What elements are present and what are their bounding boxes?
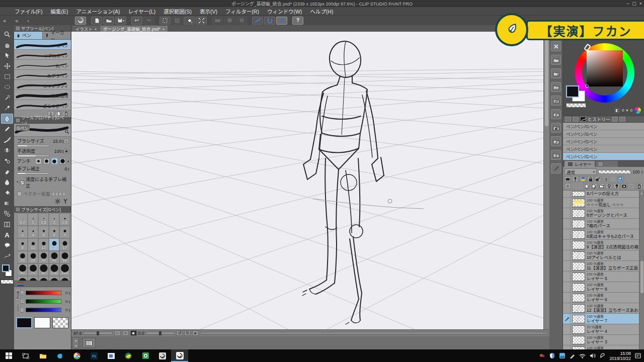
tray-app-icon[interactable] [539,352,545,359]
eraser-tool[interactable] [1,166,13,176]
layer-thumbnail[interactable] [572,304,585,313]
layer-opacity-slider[interactable] [598,170,631,174]
command-transform-icon[interactable] [551,109,561,119]
brush-item-real-g-pen[interactable]: リアルGペン [14,50,71,60]
main-color-swatch[interactable] [16,317,32,328]
layer-row[interactable]: 100 %通常12【演習】立ちポーズあおり [563,303,644,314]
main-color-swatch[interactable] [566,85,579,98]
size-cell[interactable]: 40 [49,251,59,263]
canvas-vertical-scrollbar[interactable] [543,32,549,329]
brush-item-calligraphy[interactable]: カリグラフィ [14,80,71,90]
taskbar-clock[interactable]: 15:08 2019/10/22 [609,351,631,361]
layer-thumbnail[interactable] [572,262,585,270]
photoshop-button[interactable]: Ps [86,349,103,362]
lasso-tool[interactable] [1,82,13,92]
size-cell[interactable]: 1.5 [38,213,49,226]
size-cell[interactable]: 50 [59,251,70,263]
volume-icon[interactable] [589,352,596,359]
chevron-down-icon[interactable]: ▾ [67,159,69,163]
layer-row[interactable]: 100 %通常レイヤー 5 [563,272,644,282]
layer-thumbnail[interactable] [572,230,585,239]
pressure-size-button[interactable]: ◎ [64,139,69,144]
layer-visibility-cell[interactable] [564,303,571,313]
layer-thumbnail[interactable] [572,241,585,249]
rgb-tab-icon[interactable] [18,282,24,286]
set-as-reference-icon[interactable] [617,176,624,182]
layer-thumbnail[interactable] [572,294,585,302]
size-cell[interactable]: 2 [49,213,59,226]
layer-visibility-cell[interactable] [564,261,571,271]
aa-middle-button[interactable] [51,158,58,164]
snap-to-special-ruler-button[interactable] [264,17,275,25]
glove-icon[interactable] [63,199,68,205]
rotation-slider[interactable] [145,332,175,334]
menu-selection[interactable]: 選択範囲(S) [160,7,195,16]
lock-alpha-icon[interactable] [595,176,601,182]
brush-size-panel-header[interactable]: ブラシサイズ[Gペン] [14,206,71,213]
move-tool[interactable] [1,40,13,50]
hsv-side-tab[interactable]: HSV [15,302,21,313]
saturation-value-square[interactable] [587,50,623,86]
layer-property-tab[interactable] [596,161,618,167]
history-entry[interactable]: ペン/ペン/Gペン [563,130,644,138]
zoom-out-button[interactable]: − [114,330,121,336]
pencil-tool[interactable] [1,124,13,134]
stabilization-slider[interactable] [17,172,49,174]
brush-size-slider[interactable] [17,145,49,147]
collapse-dock-icon[interactable]: « [3,18,6,24]
gradient-tool[interactable] [1,198,13,208]
brush-item-rough-pen[interactable]: ざらつきペン [14,100,71,110]
fill-tool[interactable] [1,188,13,198]
layer-row[interactable]: 100 %通常レイヤー 6 [563,293,644,303]
size-cell[interactable]: 6 [49,226,59,238]
tray-pen-icon[interactable] [569,352,576,359]
eyedropper-tool[interactable] [1,103,13,113]
layer-thumbnail[interactable] [572,220,585,228]
balloon-tool[interactable] [1,240,13,250]
command-settings-icon[interactable] [551,150,561,160]
layer-edit-target-cell[interactable] [564,314,571,324]
history-entry-selected[interactable]: ペン/ペン/Gペン [563,153,644,160]
undo-button[interactable]: ↩ [131,17,142,25]
layer-row[interactable]: 8パーツの捉え方 [563,191,644,198]
command-list-icon[interactable] [551,96,561,106]
color-sphere-icon[interactable] [634,107,641,114]
scroll-arrows[interactable]: ▴▾ [72,337,79,348]
panel-menu-icon[interactable] [16,119,20,122]
figure-tool[interactable] [1,209,13,219]
brush-size-grid-clipped-row[interactable] [14,276,71,281]
command-tool-icon[interactable] [551,163,561,173]
layer-visibility-cell[interactable] [564,208,571,218]
menu-window[interactable]: ウィンドウ(W) [264,7,305,16]
deselect-button[interactable] [159,17,171,25]
fill-button[interactable] [184,17,195,25]
layer-thumbnail[interactable] [572,191,585,197]
layer-visibility-cell[interactable] [564,229,571,239]
combine-mode-icon[interactable] [565,176,571,182]
layer-visibility-cell[interactable] [564,293,571,303]
airbrush-tool[interactable] [1,145,13,155]
zoom-in-button[interactable]: + [122,330,129,336]
aa-weak-button[interactable] [43,158,50,164]
new-layer-icon[interactable] [583,183,590,189]
palette-lines-icon[interactable]: ≡ [565,183,571,189]
rotate-right-button[interactable]: ↻ [184,330,191,336]
size-cell[interactable]: 4 [28,226,38,238]
auto-select-tool[interactable] [1,93,13,103]
gear-icon[interactable] [55,199,60,205]
stabilization-value[interactable]: 6 [64,166,67,171]
layer-thumbnail[interactable] [572,325,585,334]
size-cell[interactable]: 100 [49,263,59,276]
start-button[interactable] [0,349,17,362]
size-cell[interactable]: 70 [28,263,38,276]
merge-down-icon[interactable] [613,183,620,189]
save-button[interactable]: ▾ [115,17,126,25]
close-tab-icon[interactable]: ● [95,27,97,31]
document-tab-illust[interactable]: イラスト● [72,26,100,32]
new-vector-layer-icon[interactable] [591,183,597,189]
command-image-icon[interactable] [551,123,561,133]
layer-visibility-cell[interactable] [564,219,571,229]
zoom-tool[interactable] [1,29,13,39]
size-cell[interactable]: 1 [28,213,38,226]
open-file-button[interactable] [103,17,114,25]
